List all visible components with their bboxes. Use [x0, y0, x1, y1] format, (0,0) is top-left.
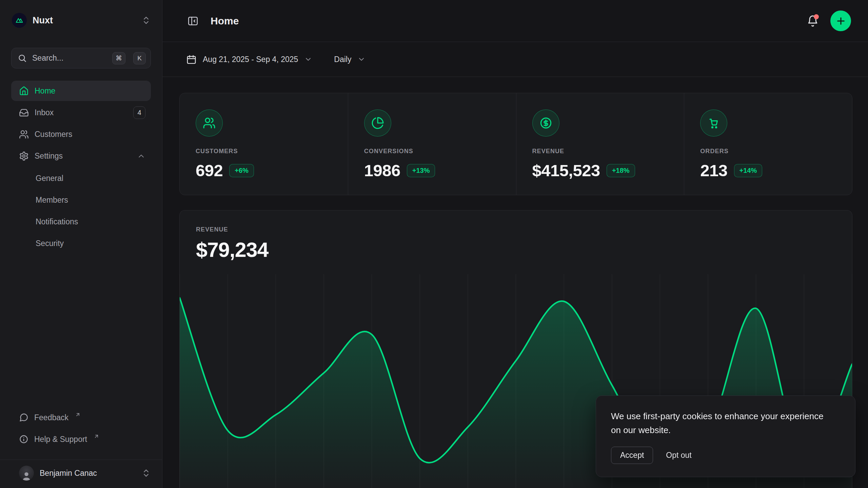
sidebar-item-general[interactable]: General: [11, 167, 151, 189]
stat-label: CONVERSIONS: [364, 148, 502, 155]
stat-value: 213: [700, 161, 727, 180]
sidebar-item-customers[interactable]: Customers: [11, 124, 151, 144]
sidebar-item-label: Settings: [35, 151, 131, 161]
stat-value: 1986: [364, 161, 400, 180]
feedback-label: Feedback: [34, 413, 68, 422]
stat-card-conversions[interactable]: CONVERSIONS 1986 +13%: [348, 93, 516, 195]
stat-label: CUSTOMERS: [196, 148, 334, 155]
sidebar-nav: Home Inbox 4 Customers Settings Ge: [11, 81, 151, 254]
notifications-button[interactable]: [805, 13, 821, 29]
external-link-icon: [94, 433, 99, 439]
chevron-up-icon: [137, 152, 145, 160]
chevron-down-icon: [357, 55, 366, 63]
users-icon: [19, 129, 29, 139]
filter-bar: Aug 21, 2025 - Sep 4, 2025 Daily: [162, 42, 868, 77]
granularity-label: Daily: [334, 55, 351, 64]
stat-delta-badge: +18%: [607, 164, 635, 177]
search-icon: [18, 54, 27, 63]
stat-value: $415,523: [532, 161, 600, 180]
user-name: Benjamin Canac: [40, 469, 136, 478]
sidebar-item-settings[interactable]: Settings: [11, 146, 151, 166]
page-title: Home: [211, 15, 805, 27]
sidebar-item-notifications[interactable]: Notifications: [11, 211, 151, 232]
sidebar-item-label: Inbox: [35, 108, 127, 117]
inbox-icon: [19, 108, 29, 118]
revenue-panel-label: REVENUE: [196, 226, 836, 233]
search-input[interactable]: Search... ⌘ K: [11, 48, 151, 68]
nuxt-logo-icon: [12, 13, 27, 28]
chevrons-up-down-icon: [141, 16, 151, 25]
date-range-picker[interactable]: Aug 21, 2025 - Sep 4, 2025: [186, 54, 312, 65]
home-icon: [19, 86, 29, 96]
sidebar-item-inbox[interactable]: Inbox 4: [11, 102, 151, 123]
notification-dot: [814, 14, 819, 19]
user-menu[interactable]: Benjamin Canac: [0, 460, 162, 488]
stat-label: REVENUE: [532, 148, 671, 155]
sidebar-item-label: Customers: [35, 130, 145, 139]
accept-button[interactable]: Accept: [611, 447, 653, 464]
sidebar-item-security[interactable]: Security: [11, 232, 151, 254]
workspace-name: Nuxt: [33, 15, 136, 26]
plus-icon: [835, 16, 846, 26]
cookie-message: We use first-party cookies to enhance yo…: [611, 409, 828, 437]
gear-icon: [19, 151, 29, 161]
collapse-sidebar-button[interactable]: [185, 13, 201, 29]
info-circle-icon: [19, 434, 28, 444]
sidebar: Nuxt Search... ⌘ K Home Inbox 4: [0, 0, 162, 488]
calendar-icon: [186, 54, 197, 65]
granularity-select[interactable]: Daily: [334, 55, 366, 64]
topbar: Home: [162, 0, 868, 42]
revenue-panel-value: $79,234: [196, 238, 836, 262]
date-range-label: Aug 21, 2025 - Sep 4, 2025: [203, 55, 298, 64]
cookie-actions: Accept Opt out: [611, 447, 840, 464]
help-support-label: Help & Support: [34, 435, 87, 444]
stat-card-revenue[interactable]: REVENUE $415,523 +18%: [516, 93, 684, 195]
inbox-count-badge: 4: [133, 106, 145, 119]
chat-bubble-icon: [19, 413, 28, 422]
cart-icon: [700, 109, 727, 137]
workspace-switcher[interactable]: Nuxt: [11, 13, 151, 28]
settings-sub-list: General Members Notifications Security: [11, 167, 151, 254]
pie-chart-icon: [364, 109, 391, 137]
stat-card-orders[interactable]: ORDERS 213 +14%: [684, 93, 852, 195]
sidebar-item-label: Home: [35, 86, 145, 96]
chevrons-up-down-icon: [141, 468, 151, 478]
external-link-icon: [75, 412, 81, 418]
users-icon: [196, 109, 223, 137]
dollar-circle-icon: [532, 109, 559, 137]
sidebar-item-home[interactable]: Home: [11, 81, 151, 101]
chevron-down-icon: [304, 55, 312, 63]
search-placeholder: Search...: [32, 54, 107, 63]
stat-label: ORDERS: [700, 148, 839, 155]
cookie-banner: We use first-party cookies to enhance yo…: [596, 395, 855, 477]
add-button[interactable]: [830, 11, 851, 31]
kbd-k: K: [133, 52, 146, 64]
feedback-link[interactable]: Feedback: [11, 407, 151, 428]
avatar: [19, 466, 34, 481]
stat-delta-badge: +6%: [229, 164, 254, 177]
help-support-link[interactable]: Help & Support: [11, 428, 151, 450]
sidebar-footer: Feedback Help & Support: [11, 407, 151, 460]
stat-delta-badge: +14%: [734, 164, 763, 177]
opt-out-button[interactable]: Opt out: [666, 451, 691, 460]
stat-delta-badge: +13%: [407, 164, 435, 177]
panel-left-close-icon: [187, 15, 199, 27]
stats-card: CUSTOMERS 692 +6% CONVERSIONS 1986 +13%: [179, 93, 852, 195]
topbar-actions: [805, 11, 851, 31]
stat-value: 692: [196, 161, 223, 180]
kbd-cmd: ⌘: [112, 52, 125, 64]
sidebar-item-members[interactable]: Members: [11, 189, 151, 211]
stat-card-customers[interactable]: CUSTOMERS 692 +6%: [180, 93, 348, 195]
